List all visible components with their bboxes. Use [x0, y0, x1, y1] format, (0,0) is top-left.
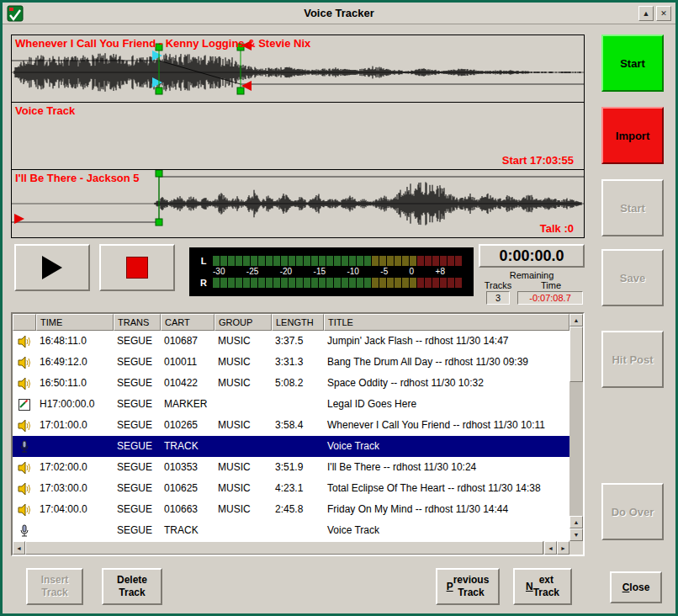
cell-group: MUSIC — [215, 499, 272, 520]
waveform-trace — [155, 182, 581, 225]
log-row[interactable]: H17:00:00.0SEGUEMARKERLegal ID Goes Here — [13, 394, 569, 415]
remaining-label: Remaining — [479, 270, 585, 280]
meter-segment — [311, 256, 318, 266]
start-handle-bottom[interactable] — [156, 219, 162, 226]
cell-time: 16:50:11.0 — [36, 373, 114, 394]
scroll-left-icon[interactable]: ◄ — [13, 541, 25, 555]
log-row[interactable]: SEGUETRACKVoice Track — [13, 436, 569, 457]
log-row[interactable]: 16:50:11.0SEGUE010422MUSIC5:08.2Space Od… — [13, 373, 569, 394]
cell-length: 3:31.3 — [272, 352, 324, 373]
start-button[interactable]: Start — [601, 35, 664, 92]
cell-time: 17:01:00.0 — [36, 415, 114, 436]
waveform-panel-previous-track[interactable]: Whenever I Call You Friend - Kenny Loggi… — [12, 35, 584, 103]
cell-title: Voice Track — [324, 520, 569, 541]
meter-segment — [213, 256, 220, 266]
meter-segment — [273, 278, 280, 288]
column-header-length[interactable]: LENGTH — [272, 314, 324, 331]
meter-segment — [220, 256, 227, 266]
stop-button[interactable] — [99, 244, 175, 291]
log-row[interactable]: 16:49:12.0SEGUE010011MUSIC3:31.3Bang The… — [13, 352, 569, 373]
meter-scale-label: -10 — [347, 266, 358, 278]
marker-icon — [13, 394, 36, 415]
log-row[interactable]: 17:01:00.0SEGUE010265MUSIC3:58.4Whenever… — [13, 415, 569, 436]
cell-cart: 010353 — [161, 457, 215, 478]
meter-right-bar — [213, 278, 467, 288]
scroll-left-icon-2[interactable]: ◄ — [544, 541, 557, 555]
log-row[interactable]: SEGUETRACKVoice Track — [13, 520, 569, 541]
cell-title: Friday On My Mind -- rdhost 11/30 14:44 — [324, 499, 569, 520]
start-handle-top[interactable] — [156, 170, 162, 177]
column-header-title[interactable]: TITLE — [324, 314, 569, 331]
meter-segment — [364, 278, 371, 288]
meter-segment — [364, 256, 371, 266]
meter-segment — [372, 278, 379, 288]
column-header-cart[interactable]: CART — [161, 314, 215, 331]
cell-group — [215, 394, 272, 415]
log-row[interactable]: 17:03:00.0SEGUE010625MUSIC4:23.1Total Ec… — [13, 478, 569, 499]
import-button[interactable]: Import — [601, 107, 664, 164]
waveform-panel-voice-track[interactable]: Voice Track Start 17:03:55 — [12, 103, 584, 170]
meter-segment — [387, 278, 394, 288]
horizontal-scrollbar[interactable]: ◄ ◄ ► — [13, 541, 569, 555]
column-header-trans[interactable]: TRANS — [114, 314, 161, 331]
scroll-right-icon[interactable]: ► — [557, 541, 569, 555]
meter-scale-label: -15 — [314, 266, 326, 278]
meter-segment — [281, 278, 288, 288]
scroll-up-icon-2[interactable]: ▲ — [569, 516, 583, 528]
log-row[interactable]: 16:48:11.0SEGUE010687MUSIC3:37.5Jumpin' … — [13, 331, 569, 352]
meter-segment — [228, 256, 235, 266]
meter-segment — [236, 278, 242, 288]
meter-segment — [326, 278, 333, 288]
column-header-icon[interactable] — [13, 314, 36, 331]
cell-trans: SEGUE — [114, 373, 161, 394]
meter-segment — [395, 256, 401, 266]
meter-left-bar — [213, 256, 467, 266]
voice-track-start-time: Start 17:03:55 — [502, 154, 574, 167]
meter-segment — [319, 278, 326, 288]
meter-segment — [440, 256, 447, 266]
start-button-2: Start — [601, 179, 664, 236]
delete-track-button[interactable]: DeleteTrack — [102, 568, 162, 605]
meter-segment — [304, 278, 310, 288]
meter-segment — [372, 256, 379, 266]
titlebar[interactable]: Voice Tracker ▲ ✕ — [3, 3, 675, 24]
cell-title: Whenever I Call You Friend -- rdhost 11/… — [324, 415, 569, 436]
cell-trans: SEGUE — [114, 415, 161, 436]
meter-segment — [281, 256, 288, 266]
next-track-button[interactable]: NextTrack — [513, 568, 572, 605]
meter-segment — [236, 256, 242, 266]
segue-end-handle-bottom[interactable] — [237, 88, 244, 94]
column-header-group[interactable]: GROUP — [215, 314, 272, 331]
meter-segment — [425, 256, 432, 266]
window-title: Voice Tracker — [3, 7, 675, 19]
cell-cart: 010422 — [161, 373, 215, 394]
cell-title: Bang The Drum All Day -- rdhost 11/30 09… — [324, 352, 569, 373]
vertical-scroll-thumb[interactable] — [569, 327, 583, 382]
meter-segment — [243, 278, 250, 288]
elapsed-time-display: 0:00:00.0 — [479, 244, 585, 268]
cell-trans: SEGUE — [114, 457, 161, 478]
cell-trans: SEGUE — [114, 394, 161, 415]
vertical-scrollbar[interactable]: ▲ ▲ ▼ — [569, 314, 583, 541]
cell-trans: SEGUE — [114, 499, 161, 520]
scroll-up-icon[interactable]: ▲ — [569, 314, 583, 327]
speaker-icon — [13, 331, 36, 352]
meter-scale-label: -30 — [213, 266, 225, 278]
column-header-time[interactable]: TIME — [36, 314, 114, 331]
scroll-down-icon[interactable]: ▼ — [569, 528, 583, 541]
meter-segment — [266, 278, 273, 288]
segue-start-handle-bottom[interactable] — [156, 88, 162, 94]
log-row[interactable]: 17:02:00.0SEGUE010353MUSIC3:51.9I'll Be … — [13, 457, 569, 478]
log-row[interactable]: 17:04:00.0SEGUE010663MUSIC2:45.8Friday O… — [13, 499, 569, 520]
cell-trans: SEGUE — [114, 331, 161, 352]
meter-segment — [379, 256, 386, 266]
waveform-panel-next-track[interactable]: I'll Be There - Jackson 5 Talk :0 — [12, 170, 584, 237]
previous-track-button[interactable]: PreviousTrack — [436, 568, 500, 605]
cell-length: 4:23.1 — [272, 478, 324, 499]
insert-track-button: InsertTrack — [26, 568, 83, 605]
horizontal-scroll-thumb[interactable] — [25, 541, 543, 555]
cell-time — [36, 436, 114, 457]
close-button[interactable]: Close — [610, 571, 662, 603]
cell-trans: SEGUE — [114, 478, 161, 499]
play-button[interactable] — [14, 244, 90, 291]
